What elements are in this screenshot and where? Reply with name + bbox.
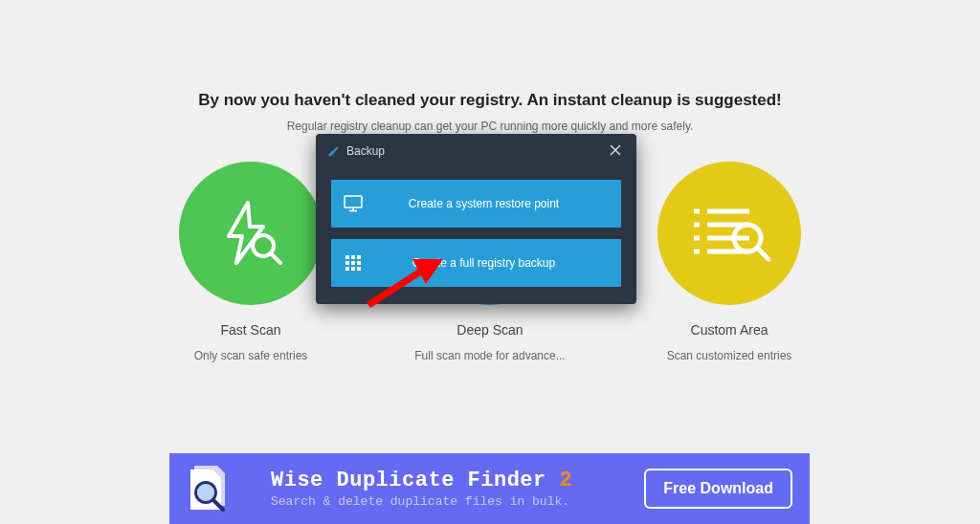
svg-rect-23 bbox=[351, 261, 355, 265]
promo-banner-subtitle: Search & delete duplicate files in bulk. bbox=[271, 494, 644, 509]
svg-line-2 bbox=[271, 253, 280, 263]
custom-scan-desc: Scan customized entries bbox=[667, 349, 792, 362]
custom-scan-card[interactable]: Custom Area Scan customized entries bbox=[643, 162, 815, 362]
custom-scan-title: Custom Area bbox=[691, 322, 768, 338]
svg-point-33 bbox=[197, 484, 214, 501]
promo-banner-title: Wise Duplicate Finder 2 bbox=[271, 469, 644, 492]
svg-rect-24 bbox=[357, 261, 361, 265]
create-restore-point-label: Create a system restore point bbox=[375, 197, 621, 210]
create-restore-point-button[interactable]: Create a system restore point bbox=[331, 180, 621, 228]
backup-modal: Backup Create a system restore point Cre… bbox=[316, 134, 636, 304]
fast-scan-title: Fast Scan bbox=[220, 322, 280, 338]
promo-banner: Wise Duplicate Finder 2 Search & delete … bbox=[169, 453, 810, 524]
list-search-icon bbox=[688, 198, 770, 269]
fast-scan-circle bbox=[179, 162, 323, 305]
svg-rect-16 bbox=[345, 196, 362, 207]
page-subheading: Regular registry cleanup can get your PC… bbox=[0, 120, 980, 133]
backup-modal-title: Backup bbox=[346, 144, 604, 158]
create-registry-backup-button[interactable]: Create a full registry backup bbox=[331, 239, 621, 287]
svg-rect-27 bbox=[357, 267, 361, 271]
grid-icon bbox=[331, 254, 375, 272]
svg-rect-21 bbox=[357, 255, 361, 259]
duplicate-finder-icon bbox=[187, 464, 233, 513]
svg-rect-19 bbox=[345, 255, 349, 259]
svg-rect-20 bbox=[351, 255, 355, 259]
fast-scan-desc: Only scan safe entries bbox=[194, 349, 308, 362]
svg-rect-22 bbox=[345, 261, 349, 265]
lightning-search-icon bbox=[215, 198, 286, 269]
promo-banner-text: Wise Duplicate Finder 2 Search & delete … bbox=[271, 469, 644, 509]
svg-line-13 bbox=[334, 147, 338, 151]
page-heading: By now you haven't cleaned your registry… bbox=[0, 0, 980, 110]
close-icon[interactable] bbox=[604, 142, 627, 161]
custom-scan-circle bbox=[657, 162, 801, 305]
free-download-button[interactable]: Free Download bbox=[644, 469, 792, 509]
backup-modal-header: Backup bbox=[316, 134, 636, 168]
deep-scan-title: Deep Scan bbox=[457, 322, 523, 338]
svg-rect-25 bbox=[345, 267, 349, 271]
create-registry-backup-label: Create a full registry backup bbox=[375, 256, 621, 270]
deep-scan-desc: Full scan mode for advance... bbox=[414, 349, 565, 362]
svg-rect-26 bbox=[351, 267, 355, 271]
svg-line-12 bbox=[757, 248, 768, 259]
monitor-icon bbox=[331, 195, 375, 212]
broom-icon bbox=[325, 143, 341, 159]
fast-scan-card[interactable]: Fast Scan Only scan safe entries bbox=[165, 162, 337, 362]
